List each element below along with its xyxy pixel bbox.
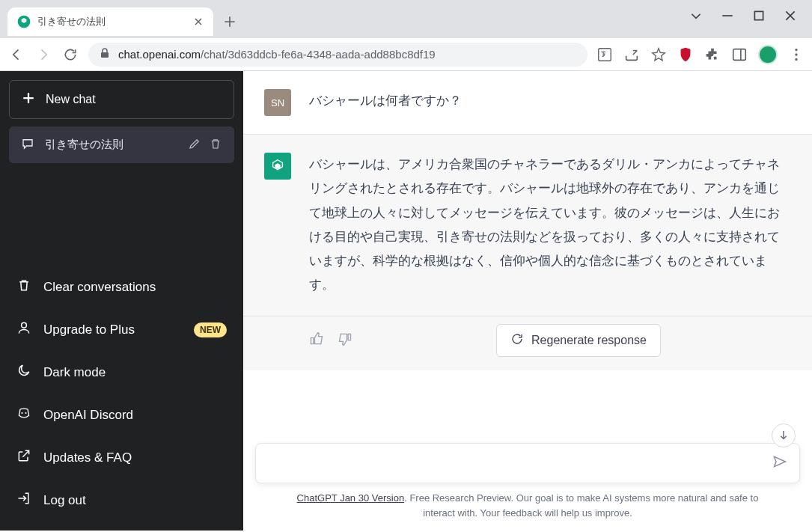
window-maximize-icon[interactable] [751, 7, 767, 24]
sidebar-dark-mode[interactable]: Dark mode [9, 351, 234, 394]
extensions-icon[interactable] [704, 46, 721, 63]
reload-icon[interactable] [61, 46, 79, 64]
back-icon[interactable] [7, 46, 25, 64]
forward-icon[interactable] [34, 46, 52, 64]
feedback-row: Regenerate response [243, 317, 812, 370]
send-icon[interactable] [772, 454, 787, 472]
sidebar-item-label: Dark mode [43, 365, 227, 380]
scroll-down-button[interactable] [772, 424, 796, 447]
menu-dots-icon[interactable] [788, 46, 805, 63]
tab-favicon-icon [16, 14, 31, 29]
chat-icon [21, 137, 34, 153]
sidebar-item-label: Log out [43, 493, 227, 508]
regenerate-button[interactable]: Regenerate response [496, 324, 661, 357]
chat-list-item[interactable]: 引き寄せの法則 [9, 126, 234, 163]
sidebar-updates-faq[interactable]: Updates & FAQ [9, 436, 234, 479]
profile-avatar-icon[interactable] [758, 45, 778, 64]
tab-title: 引き寄せの法則 [37, 15, 186, 28]
sidebar-item-label: Updates & FAQ [43, 450, 227, 465]
svg-point-5 [795, 48, 797, 50]
svg-rect-4 [733, 49, 746, 60]
svg-point-6 [795, 53, 797, 55]
footer-text: ChatGPT Jan 30 Version. Free Research Pr… [255, 483, 800, 525]
edit-icon[interactable] [188, 137, 201, 153]
trash-icon[interactable] [209, 137, 222, 153]
svg-rect-2 [101, 52, 109, 58]
tab-close-icon[interactable] [192, 16, 204, 28]
thumbs-up-icon[interactable] [309, 331, 324, 349]
svg-point-8 [22, 322, 27, 328]
user-avatar: SN [264, 89, 291, 116]
sidebar-log-out[interactable]: Log out [9, 479, 234, 522]
assistant-message-row: バシャールは、アメリカ合衆国のチャネラーであるダリル・アンカによってチャネリング… [243, 134, 812, 317]
user-icon [16, 320, 31, 339]
browser-tab[interactable]: 引き寄せの法則 [7, 7, 213, 36]
sidebar-item-label: Clear conversations [43, 280, 227, 295]
new-chat-label: New chat [46, 93, 96, 106]
regenerate-label: Regenerate response [531, 334, 647, 347]
mcafee-icon[interactable] [677, 46, 694, 63]
translate-icon[interactable] [596, 46, 613, 63]
refresh-icon [510, 332, 524, 349]
lock-icon [99, 47, 111, 62]
thumbs-down-icon[interactable] [338, 331, 352, 349]
svg-rect-1 [754, 11, 763, 19]
svg-point-9 [21, 412, 22, 414]
chat-area: SN バシャールは何者ですか？ バシャールは、アメリカ合衆国のチャネラーであるダ… [243, 71, 812, 443]
trash-icon [16, 278, 31, 296]
sidebar-openai-discord[interactable]: OpenAI Discord [9, 394, 234, 436]
sidebar-clear-conversations[interactable]: Clear conversations [9, 266, 234, 308]
discord-icon [16, 406, 31, 424]
sidebar: New chat 引き寄せの法則 Clear conversations Upg… [0, 71, 243, 531]
assistant-avatar-icon [264, 153, 291, 180]
user-message-text: バシャールは何者ですか？ [309, 89, 791, 116]
plus-icon [22, 91, 35, 108]
new-badge: NEW [194, 322, 227, 337]
message-input-box[interactable] [255, 443, 800, 483]
sidebar-upgrade-to-plus[interactable]: Upgrade to Plus NEW [9, 308, 234, 351]
message-input[interactable] [268, 456, 772, 470]
window-minimize-icon[interactable] [719, 7, 736, 24]
url-text: chat.openai.com/chat/3d63ddcb-fe6a-4348-… [118, 48, 436, 61]
window-dropdown-icon[interactable] [688, 7, 704, 24]
address-bar[interactable]: chat.openai.com/chat/3d63ddcb-fe6a-4348-… [88, 43, 587, 67]
window-titlebar: 引き寄せの法則 [0, 0, 812, 38]
assistant-message-text: バシャールは、アメリカ合衆国のチャネラーであるダリル・アンカによってチャネリング… [309, 153, 791, 298]
sidepanel-icon[interactable] [731, 46, 748, 63]
main-content: SN バシャールは何者ですか？ バシャールは、アメリカ合衆国のチャネラーであるダ… [243, 71, 812, 531]
new-tab-icon[interactable] [219, 11, 240, 32]
version-link[interactable]: ChatGPT Jan 30 Version [297, 492, 405, 504]
moon-icon [16, 363, 31, 382]
sidebar-item-label: Upgrade to Plus [43, 322, 182, 337]
svg-point-10 [25, 412, 26, 414]
share-icon[interactable] [623, 46, 640, 63]
new-chat-button[interactable]: New chat [9, 80, 234, 119]
chat-item-title: 引き寄せの法則 [45, 138, 177, 152]
bookmark-star-icon[interactable] [650, 46, 667, 63]
input-zone: ChatGPT Jan 30 Version. Free Research Pr… [243, 443, 812, 531]
browser-toolbar: chat.openai.com/chat/3d63ddcb-fe6a-4348-… [0, 38, 812, 71]
user-message-row: SN バシャールは何者ですか？ [243, 71, 812, 134]
external-link-icon [16, 448, 31, 467]
svg-point-7 [795, 58, 797, 60]
window-close-icon[interactable] [782, 7, 799, 24]
sidebar-item-label: OpenAI Discord [43, 408, 227, 423]
logout-icon [16, 491, 31, 510]
